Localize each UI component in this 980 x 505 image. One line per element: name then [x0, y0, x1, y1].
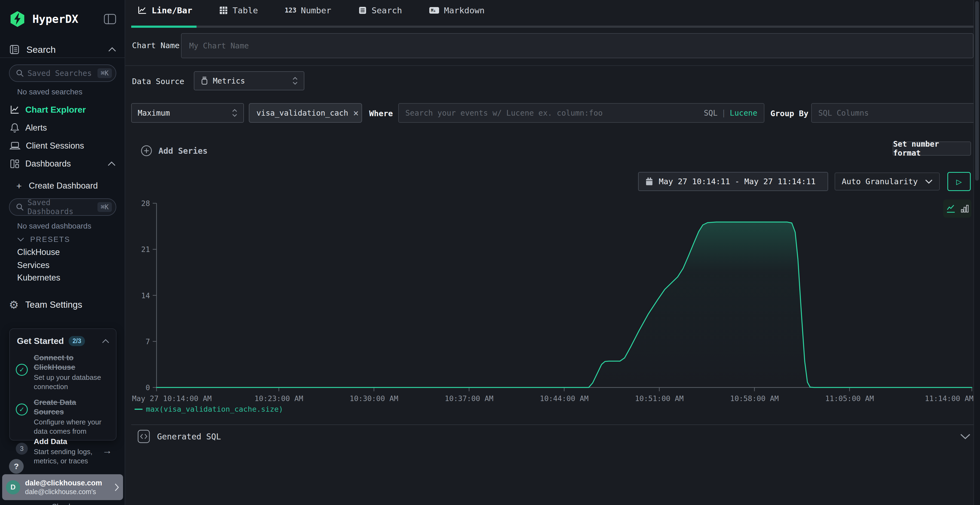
tab-markdown[interactable]: M↓ Markdown [429, 5, 485, 15]
granularity-value: Auto Granularity [842, 177, 918, 186]
sidebar-item-chart-explorer[interactable]: Chart Explorer [0, 103, 125, 117]
step-desc: Set up your database connection [34, 373, 105, 392]
sidebar-section-search[interactable]: Search [0, 41, 125, 58]
presets-toggle[interactable]: PRESETS [0, 234, 125, 245]
shortcut-badge: ⌘K [97, 68, 112, 78]
group-by-label: Group By [770, 109, 808, 118]
get-started-step-2[interactable]: ✓ Create Data Sources Configure where yo… [16, 397, 111, 436]
aggregation-select[interactable]: Maximum [131, 103, 244, 123]
generated-sql-section[interactable]: Generated SQL [137, 429, 970, 443]
preset-item-kubernetes[interactable]: Kubernetes [0, 272, 125, 284]
sidebar-item-label: Alerts [25, 123, 47, 133]
chevron-down-icon[interactable] [960, 434, 970, 440]
svg-text:10:58:00 AM: 10:58:00 AM [730, 394, 779, 403]
legend-series-label: max(visa_validation_cache.size) [146, 405, 283, 413]
search-list-icon [358, 6, 367, 15]
metric-field-chip[interactable]: visa_validation_cach × [249, 103, 362, 123]
user-email: dale@clickhouse.com [25, 479, 102, 487]
saved-searches-input[interactable]: Saved Searches ⌘K [9, 65, 116, 82]
run-query-button[interactable]: ▷ [947, 172, 971, 191]
step-title: Connect to ClickHouse [34, 353, 105, 372]
svg-text:11:05:00 AM: 11:05:00 AM [825, 394, 874, 403]
toggle-separator: | [721, 108, 726, 118]
saved-dashboards-input[interactable]: Saved Dashboards ⌘K [9, 199, 116, 216]
sidebar-item-client-sessions[interactable]: Client Sessions [0, 139, 125, 153]
svg-text:10:30:00 AM: 10:30:00 AM [350, 394, 398, 403]
data-source-label: Data Source [132, 77, 184, 86]
get-started-progress-badge: 2/3 [68, 336, 85, 346]
magnifier-icon [16, 69, 24, 78]
chart-name-placeholder: My Chart Name [189, 41, 249, 50]
sidebar-collapse-icon[interactable] [104, 14, 116, 24]
hyperdx-logo-icon [9, 11, 26, 27]
chevron-up-icon[interactable] [102, 339, 110, 343]
sidebar-section-dashboards[interactable]: Dashboards [0, 157, 125, 171]
group-by-input[interactable]: SQL Columns [811, 103, 980, 123]
dashboards-section-label: Dashboards [25, 159, 71, 169]
step-desc: Configure where your data comes from [34, 418, 105, 436]
chip-close-icon[interactable]: × [353, 108, 358, 118]
svg-text:10:37:00 AM: 10:37:00 AM [445, 394, 493, 403]
preset-item-clickhouse[interactable]: ClickHouse [0, 246, 125, 258]
create-dashboard-button[interactable]: + Create Dashboard [0, 179, 125, 193]
database-icon [200, 76, 208, 86]
legend-line-swatch [134, 409, 143, 410]
line-chart[interactable]: 07142128May 27 10:14:00 AM10:23:00 AM10:… [130, 199, 977, 411]
add-series-button[interactable]: Add Series [140, 145, 208, 157]
updown-chevron-icon [232, 108, 237, 117]
tab-table[interactable]: Table [219, 5, 258, 15]
chevron-down-icon [17, 237, 24, 241]
presets-label: PRESETS [30, 235, 70, 244]
get-started-step-1[interactable]: ✓ Connect to ClickHouse Set up your data… [16, 353, 111, 392]
svg-text:28: 28 [141, 199, 150, 208]
preset-item-services[interactable]: Services [0, 259, 125, 271]
laptop-icon [10, 141, 21, 151]
step-check-icon: ✓ [16, 403, 28, 416]
tab-track [131, 25, 974, 28]
tab-search[interactable]: Search [358, 5, 402, 15]
query-language-toggle[interactable]: SQL | Lucene [704, 108, 757, 118]
table-icon [219, 6, 228, 15]
chart-explorer-icon [9, 104, 21, 115]
dashboards-icon [10, 159, 20, 169]
add-series-label: Add Series [158, 146, 208, 156]
chevron-up-icon [108, 161, 116, 166]
data-source-select[interactable]: Metrics [194, 71, 304, 91]
scrollbar-track[interactable] [974, 0, 980, 505]
set-number-format-button[interactable]: Set number format [892, 141, 971, 156]
where-input[interactable]: Search your events w/ Lucene ex. column:… [398, 103, 764, 123]
get-started-title: Get Started [17, 336, 64, 346]
svg-text:10:23:00 AM: 10:23:00 AM [255, 394, 303, 403]
markdown-icon: M↓ [429, 6, 440, 15]
step-title: Create Data Sources [34, 397, 105, 416]
sql-toggle[interactable]: SQL [704, 108, 718, 118]
time-range-picker[interactable]: May 27 10:14:11 - May 27 11:14:11 [638, 172, 828, 191]
sidebar-item-team-settings[interactable]: ⚙ Team Settings [0, 297, 125, 312]
svg-text:M↓: M↓ [431, 8, 436, 13]
tab-number[interactable]: 123 Number [285, 5, 331, 15]
search-section-icon [9, 44, 20, 55]
tab-line-bar[interactable]: Line/Bar [137, 5, 192, 15]
user-menu[interactable]: D dale@clickhouse.com dale@clickhouse.co… [2, 474, 123, 500]
generated-sql-label: Generated SQL [157, 432, 221, 441]
lucene-toggle[interactable]: Lucene [730, 108, 757, 118]
arrow-right-icon: → [102, 445, 112, 466]
svg-text:7: 7 [146, 337, 150, 346]
step-title: Add Data [34, 437, 96, 446]
sidebar-item-alerts[interactable]: Alerts [0, 121, 125, 135]
get-started-step-3[interactable]: 3 Add Data Start sending logs, metrics, … [16, 437, 114, 466]
svg-text:21: 21 [141, 245, 150, 254]
get-started-panel: Get Started 2/3 ✓ Connect to ClickHouse … [9, 329, 116, 440]
team-settings-label: Team Settings [25, 300, 82, 310]
chart-name-label: Chart Name [132, 41, 180, 50]
chevron-right-icon [115, 483, 119, 491]
sidebar-item-label: Client Sessions [26, 141, 84, 151]
no-saved-searches-text: No saved searches [17, 87, 83, 96]
chart-name-input[interactable]: My Chart Name [181, 33, 974, 58]
step-number: 3 [16, 443, 28, 455]
shortcut-badge: ⌘K [97, 202, 112, 212]
no-saved-dashboards-text: No saved dashboards [17, 222, 91, 230]
granularity-select[interactable]: Auto Granularity [835, 173, 940, 191]
scrollbar-thumb[interactable] [975, 1, 979, 181]
help-button[interactable]: ? [9, 459, 24, 474]
